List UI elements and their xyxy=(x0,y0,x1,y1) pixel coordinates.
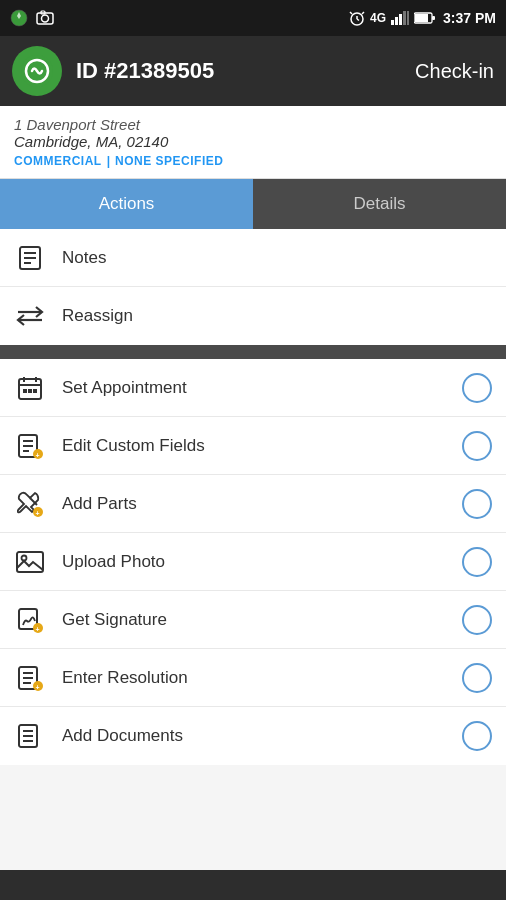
svg-rect-11 xyxy=(399,14,402,25)
tab-bar: Actions Details xyxy=(0,179,506,229)
add-parts-label: Add Parts xyxy=(62,494,446,514)
edit-custom-fields-label: Edit Custom Fields xyxy=(62,436,446,456)
tab-actions[interactable]: Actions xyxy=(0,179,253,229)
logo-icon xyxy=(20,54,54,88)
action-set-appointment[interactable]: Set Appointment xyxy=(0,359,506,417)
notes-icon xyxy=(14,242,46,274)
svg-line-6 xyxy=(357,19,359,21)
main-actions-list: Set Appointment + Edit Custom Fields + xyxy=(0,359,506,765)
svg-rect-41 xyxy=(17,552,43,572)
city-state: Cambridge, MA, 02140 xyxy=(14,133,492,150)
address-tags: COMMERCIAL | NONE SPECIFIED xyxy=(14,154,492,168)
edit-list-icon: + xyxy=(14,430,46,462)
status-bar: 4G 3:37 PM xyxy=(0,0,506,36)
action-get-signature[interactable]: + Get Signature xyxy=(0,591,506,649)
svg-rect-31 xyxy=(33,389,37,393)
status-left-icons xyxy=(10,9,54,27)
add-parts-radio[interactable] xyxy=(462,489,492,519)
svg-rect-9 xyxy=(391,20,394,25)
enter-resolution-radio[interactable] xyxy=(462,663,492,693)
svg-rect-10 xyxy=(395,17,398,25)
edit-custom-fields-radio[interactable] xyxy=(462,431,492,461)
checkin-button[interactable]: Check-in xyxy=(415,60,494,83)
get-signature-label: Get Signature xyxy=(62,610,446,630)
wrench-icon: + xyxy=(14,488,46,520)
app-header: ID #21389505 Check-in xyxy=(0,36,506,106)
svg-rect-12 xyxy=(403,11,406,25)
set-appointment-label: Set Appointment xyxy=(62,378,446,398)
set-appointment-radio[interactable] xyxy=(462,373,492,403)
action-add-documents[interactable]: Add Documents xyxy=(0,707,506,765)
bottom-bar xyxy=(0,870,506,900)
address-section: 1 Davenport Street Cambridge, MA, 02140 … xyxy=(0,106,506,179)
calendar-icon xyxy=(14,372,46,404)
upload-photo-label: Upload Photo xyxy=(62,552,446,572)
work-order-id: ID #21389505 xyxy=(76,58,401,84)
app-icon-2 xyxy=(36,9,54,27)
svg-text:+: + xyxy=(36,626,40,633)
svg-text:+: + xyxy=(36,684,40,691)
tag-none-specified: NONE SPECIFIED xyxy=(115,154,223,168)
get-signature-radio[interactable] xyxy=(462,605,492,635)
action-enter-resolution[interactable]: + Enter Resolution xyxy=(0,649,506,707)
section-divider xyxy=(0,345,506,359)
add-documents-radio[interactable] xyxy=(462,721,492,751)
app-logo xyxy=(12,46,62,96)
reassign-icon xyxy=(14,300,46,332)
upload-photo-radio[interactable] xyxy=(462,547,492,577)
tag-separator: | xyxy=(107,154,110,168)
tab-details[interactable]: Details xyxy=(253,179,506,229)
signal-type-label: 4G xyxy=(370,11,386,25)
svg-text:+: + xyxy=(36,510,40,517)
app-icon-1 xyxy=(10,9,28,27)
status-right-icons: 4G 3:37 PM xyxy=(349,10,496,26)
alarm-icon xyxy=(349,10,365,26)
documents-icon xyxy=(14,720,46,752)
signature-icon: + xyxy=(14,604,46,636)
svg-line-8 xyxy=(362,12,364,14)
svg-rect-30 xyxy=(28,389,32,393)
time-label: 3:37 PM xyxy=(443,10,496,26)
action-notes[interactable]: Notes xyxy=(0,229,506,287)
image-icon xyxy=(14,546,46,578)
notes-label: Notes xyxy=(62,248,492,268)
svg-rect-29 xyxy=(23,389,27,393)
svg-rect-13 xyxy=(407,11,409,25)
battery-icon xyxy=(414,12,436,24)
svg-rect-16 xyxy=(432,16,435,20)
add-documents-label: Add Documents xyxy=(62,726,446,746)
resolution-icon: + xyxy=(14,662,46,694)
svg-text:+: + xyxy=(36,452,40,459)
quick-actions-list: Notes Reassign xyxy=(0,229,506,345)
svg-rect-15 xyxy=(415,14,428,22)
action-reassign[interactable]: Reassign xyxy=(0,287,506,345)
svg-point-2 xyxy=(42,15,49,22)
svg-line-7 xyxy=(350,12,352,14)
action-upload-photo[interactable]: Upload Photo xyxy=(0,533,506,591)
tag-commercial: COMMERCIAL xyxy=(14,154,102,168)
reassign-label: Reassign xyxy=(62,306,492,326)
action-add-parts[interactable]: + Add Parts xyxy=(0,475,506,533)
street-address: 1 Davenport Street xyxy=(14,116,492,133)
action-edit-custom-fields[interactable]: + Edit Custom Fields xyxy=(0,417,506,475)
enter-resolution-label: Enter Resolution xyxy=(62,668,446,688)
signal-icon xyxy=(391,11,409,25)
